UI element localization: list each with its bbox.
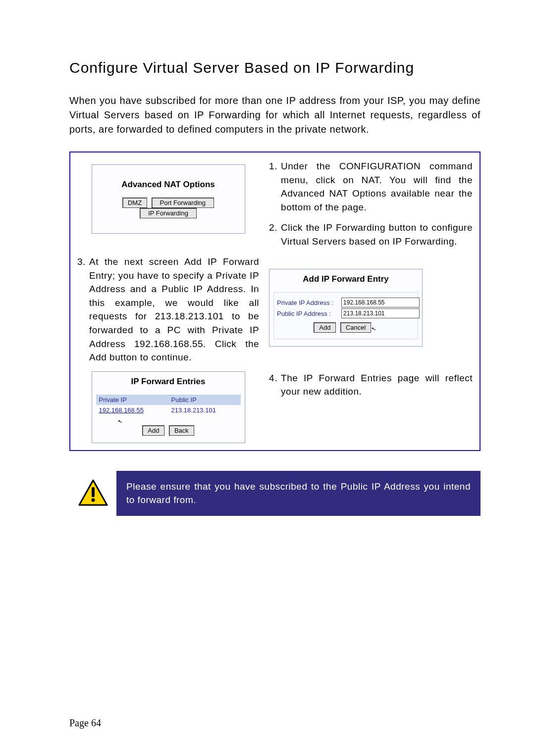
dmz-button[interactable]: DMZ <box>122 198 147 208</box>
nat-options-title: Advanced NAT Options <box>96 180 241 190</box>
svg-point-2 <box>91 499 95 502</box>
entries-title: IP Forward Entries <box>96 377 241 387</box>
entry-public-ip: 213.18.213.101 <box>168 405 241 415</box>
entry-private-ip[interactable]: 192.168.168.55 <box>96 405 168 415</box>
private-ip-input[interactable] <box>341 298 420 307</box>
step-4: 4.The IP Forward Entries page will refle… <box>269 371 473 399</box>
step-1: 1.Under the CONFIGURATION command menu, … <box>269 159 473 214</box>
step-3: 3.At the next screen Add IP Forward Entr… <box>77 255 259 364</box>
warning-icon-box <box>69 471 116 516</box>
steps-frame: Advanced NAT Options DMZ Port Forwarding… <box>69 151 481 451</box>
step-2: 2.Click the IP Forwarding button to conf… <box>269 221 473 248</box>
entries-header-private: Private IP <box>96 395 168 405</box>
add-button[interactable]: Add <box>314 322 336 333</box>
entries-add-button[interactable]: Add <box>142 425 164 436</box>
steps-3: 3.At the next screen Add IP Forward Entr… <box>77 255 259 364</box>
warning-bar: Please ensure that you have subscribed t… <box>69 471 481 516</box>
svg-rect-1 <box>92 487 95 497</box>
port-forwarding-button[interactable]: Port Forwarding <box>152 198 214 208</box>
page-title: Configure Virtual Server Based on IP For… <box>69 59 481 76</box>
ip-forwarding-button[interactable]: IP Forwarding <box>140 208 197 218</box>
cursor-icon: ↖ <box>371 325 376 333</box>
steps-1-2: 1.Under the CONFIGURATION command menu, … <box>269 159 473 248</box>
cursor-icon: ↖ <box>117 418 123 425</box>
warning-icon <box>78 479 108 507</box>
entries-table: Private IP Public IP 192.168.168.55 213.… <box>96 395 241 415</box>
page-number: Page 64 <box>69 717 101 729</box>
table-row: 192.168.168.55 213.18.213.101 <box>96 405 241 415</box>
add-entry-title: Add IP Forward Entry <box>273 274 418 284</box>
step-2-text: Click the IP Forwarding button to config… <box>281 222 473 247</box>
step-3-text: At the next screen Add IP Forward Entry;… <box>89 256 259 362</box>
step-4-text: The IP Forward Entries page will reflect… <box>281 373 473 397</box>
warning-text: Please ensure that you have subscribed t… <box>116 471 481 516</box>
public-ip-label: Public IP Address : <box>277 310 341 317</box>
entries-header-public: Public IP <box>168 395 241 405</box>
ip-forward-entries-panel: IP Forward Entries Private IP Public IP … <box>92 371 245 443</box>
add-ip-forward-entry-panel: Add IP Forward Entry Private IP Address … <box>269 269 423 347</box>
steps-4: 4.The IP Forward Entries page will refle… <box>269 371 473 399</box>
advanced-nat-options-panel: Advanced NAT Options DMZ Port Forwarding… <box>92 164 245 234</box>
intro-paragraph: When you have subscribed for more than o… <box>69 94 481 137</box>
private-ip-label: Private IP Address : <box>277 299 341 306</box>
cancel-button[interactable]: Cancel <box>340 322 371 333</box>
entries-back-button[interactable]: Back <box>169 425 194 436</box>
step-1-text: Under the CONFIGURATION command menu, cl… <box>281 161 473 212</box>
public-ip-input[interactable] <box>341 308 420 318</box>
